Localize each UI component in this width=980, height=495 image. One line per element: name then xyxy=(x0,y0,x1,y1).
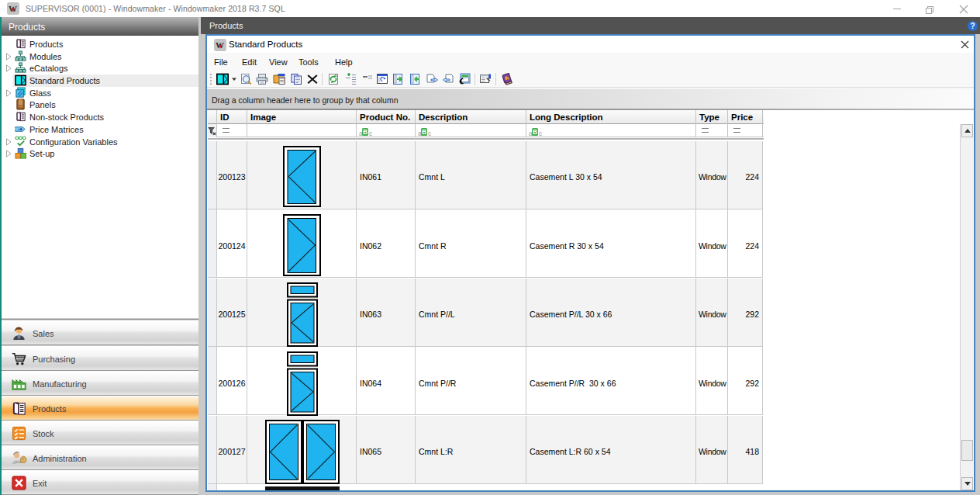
svg-text:?: ? xyxy=(506,74,510,81)
